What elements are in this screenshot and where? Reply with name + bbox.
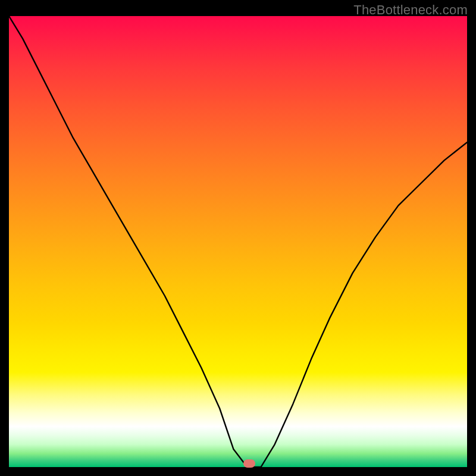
plot-gradient-background bbox=[9, 16, 467, 467]
watermark-text: TheBottleneck.com bbox=[353, 2, 468, 18]
optimum-marker bbox=[243, 459, 255, 468]
chart-container: TheBottleneck.com bbox=[0, 0, 476, 476]
